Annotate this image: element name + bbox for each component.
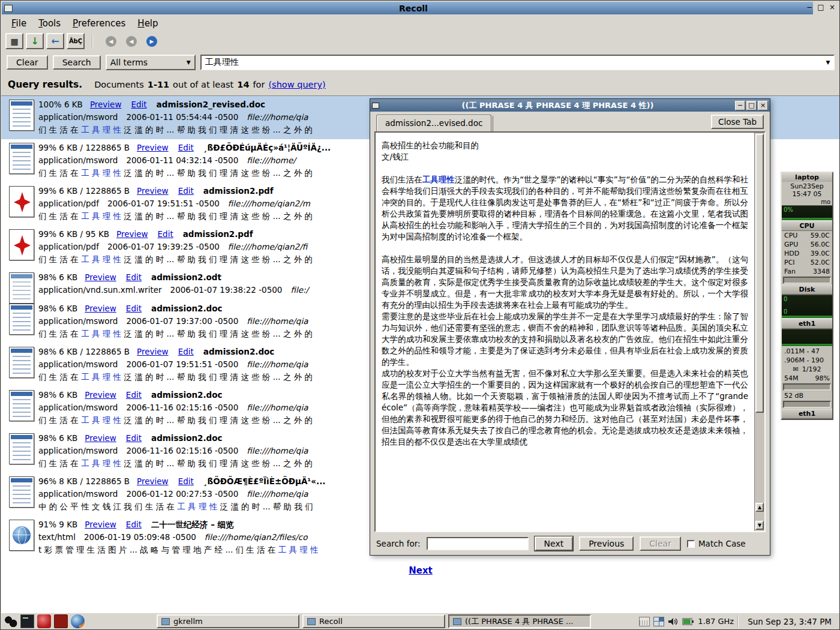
result-mime: text/html bbox=[38, 532, 76, 542]
scroll-up-icon[interactable]: ▲ bbox=[755, 503, 764, 512]
preview-link[interactable]: Preview bbox=[137, 143, 169, 152]
preview-link[interactable]: Preview bbox=[85, 272, 116, 282]
mail-row: ✉1/192 bbox=[782, 365, 832, 374]
keyboard-layout-icon[interactable] bbox=[639, 617, 650, 626]
history-back-icon[interactable]: ← bbox=[46, 33, 64, 49]
result-date: 2006-01-11 04:32:14 -0500 bbox=[126, 155, 238, 165]
firefox-icon[interactable] bbox=[71, 614, 85, 628]
result-url: file:///home/qia bbox=[247, 316, 308, 326]
scrollbar-thumb[interactable] bbox=[755, 134, 764, 413]
history-dropdown-icon[interactable]: ▼ bbox=[823, 59, 833, 65]
temp-row: CPU59.0C bbox=[782, 231, 832, 240]
taskbar-task-gkrellm[interactable]: gkrellm bbox=[157, 614, 299, 628]
preview-tab[interactable]: admission2...evised.doc bbox=[376, 115, 491, 131]
recoll-titlebar[interactable]: Recoll bbox=[2, 2, 813, 14]
volume-row: 52 dB bbox=[782, 391, 832, 400]
result-score: 98% 6 KB / 1228865 B bbox=[38, 347, 130, 356]
window-manager-icon[interactable] bbox=[4, 614, 17, 628]
result-score: 100% 6 KB bbox=[38, 100, 83, 109]
taskbar-task-recoll[interactable]: Recoll bbox=[302, 614, 445, 628]
edit-link[interactable]: Edit bbox=[158, 229, 173, 239]
search-input[interactable] bbox=[202, 56, 823, 68]
preview-text-area[interactable]: 高校招生的社会功能和目的 文/钱江 我们生活在工具理性泛滥的时代。作为“世之显学… bbox=[374, 131, 766, 532]
preview-link[interactable]: Preview bbox=[85, 390, 116, 400]
maximize-icon[interactable]: □ bbox=[816, 2, 826, 12]
menu-preferences[interactable]: Preferences bbox=[68, 17, 130, 30]
edit-link[interactable]: Edit bbox=[126, 272, 142, 282]
next-page-link[interactable]: Next bbox=[1, 565, 840, 576]
result-url: file:///home/qia bbox=[247, 446, 308, 455]
menu-tools[interactable]: Tools bbox=[34, 17, 65, 30]
pdf-file-icon bbox=[9, 186, 34, 217]
term-explorer-icon[interactable]: ÂbÇ bbox=[67, 33, 85, 49]
preview-link[interactable]: Preview bbox=[85, 433, 116, 443]
show-query-link[interactable]: (show query) bbox=[268, 80, 325, 89]
fan-row: Fan3348 bbox=[782, 267, 832, 276]
preview-link[interactable]: Preview bbox=[90, 100, 122, 109]
find-input[interactable] bbox=[427, 537, 529, 550]
result-mime: application/pdf bbox=[38, 242, 99, 251]
menu-help[interactable]: Help bbox=[133, 17, 163, 30]
package-launcher-icon[interactable] bbox=[54, 614, 68, 628]
preview-link[interactable]: Preview bbox=[85, 304, 116, 313]
match-case-label: Match Case bbox=[698, 539, 746, 548]
globe-icon bbox=[13, 526, 31, 544]
sort-by-dates-icon[interactable]: ▦ bbox=[5, 33, 23, 49]
highlighted-term: 工 具 理 性 bbox=[81, 329, 121, 338]
edit-link[interactable]: Edit bbox=[178, 347, 194, 356]
gkrellm-clock: Sun23Sep 15:47 05 bbox=[782, 182, 832, 199]
preview-link[interactable]: Preview bbox=[137, 186, 169, 196]
taskbar-task-preview[interactable]: ((工 PHRASE 4 具 PHRASE ... bbox=[448, 614, 591, 628]
match-case-checkbox[interactable] bbox=[687, 540, 695, 548]
result-date: 2006-11-16 02:15:16 -0500 bbox=[126, 446, 238, 455]
clear-button[interactable]: Clear bbox=[7, 55, 48, 70]
edit-link[interactable]: Edit bbox=[126, 433, 142, 443]
cpu-frequency: 1.87 GHz bbox=[698, 617, 734, 626]
workspace-pager-icon[interactable] bbox=[653, 617, 664, 626]
speaker-icon[interactable] bbox=[668, 617, 679, 626]
preview-link[interactable]: Preview bbox=[85, 520, 116, 529]
edit-link[interactable]: Edit bbox=[131, 100, 146, 109]
match-case-option[interactable]: Match Case bbox=[687, 539, 746, 548]
scroll-down-icon[interactable]: ▼ bbox=[755, 521, 764, 530]
edit-link[interactable]: Edit bbox=[126, 304, 142, 313]
result-score: 98% 6 KB bbox=[38, 272, 77, 282]
next-page-button[interactable]: ▶ bbox=[143, 33, 161, 49]
edit-link[interactable]: Edit bbox=[126, 390, 142, 400]
edit-link[interactable]: Edit bbox=[126, 520, 142, 529]
doc-file-icon bbox=[9, 476, 34, 508]
preview-titlebar[interactable]: ((工 PHRASE 4 具 PHRASE 4 理 PHRASE 4 性)) −… bbox=[370, 99, 770, 112]
net-tx-row: .906M - 190 bbox=[782, 356, 832, 365]
mem-percent: 98% bbox=[815, 374, 830, 383]
first-page-button[interactable]: ◀ bbox=[102, 33, 120, 49]
search-button[interactable]: Search bbox=[53, 55, 101, 70]
minimize-icon[interactable]: − bbox=[805, 2, 814, 12]
preview-scrollbar[interactable]: ▲ ▼ bbox=[754, 133, 764, 531]
menu-file[interactable]: File bbox=[7, 17, 31, 30]
preview-maximize-icon[interactable]: □ bbox=[746, 101, 757, 110]
prev-page-button[interactable]: ◀ bbox=[122, 33, 140, 49]
cpu-chart: 0% bbox=[782, 205, 832, 221]
search-mode-combo[interactable]: All terms ▼ bbox=[106, 55, 196, 70]
terminal-icon[interactable] bbox=[20, 614, 34, 628]
result-url: file:/ bbox=[290, 285, 308, 295]
result-filename: admission2.pdf bbox=[203, 186, 274, 196]
edit-link[interactable]: Edit bbox=[178, 186, 194, 196]
edit-link[interactable]: Edit bbox=[178, 476, 194, 486]
first-page-icon: ◀ bbox=[106, 36, 116, 47]
preview-link[interactable]: Preview bbox=[116, 229, 148, 239]
app-launcher-icon[interactable] bbox=[37, 614, 51, 628]
sort-newest-icon[interactable]: ↓ bbox=[26, 33, 44, 49]
find-next-button[interactable]: Next bbox=[535, 536, 574, 551]
preview-link[interactable]: Preview bbox=[137, 347, 169, 356]
volume-db: 52 dB bbox=[784, 391, 803, 400]
close-icon[interactable]: × bbox=[827, 2, 837, 12]
gkrellm-panel[interactable]: laptop Sun23Sep 15:47 05 mo 0% CPU CPU59… bbox=[781, 172, 833, 420]
close-tab-button[interactable]: Close Tab bbox=[711, 115, 764, 129]
find-previous-button[interactable]: Previous bbox=[579, 536, 634, 551]
preview-close-icon[interactable]: × bbox=[758, 101, 768, 110]
edit-link[interactable]: Edit bbox=[178, 143, 194, 152]
result-mime: application/msword bbox=[38, 489, 118, 499]
preview-link[interactable]: Preview bbox=[137, 476, 169, 486]
preview-minimize-icon[interactable]: − bbox=[735, 101, 745, 110]
